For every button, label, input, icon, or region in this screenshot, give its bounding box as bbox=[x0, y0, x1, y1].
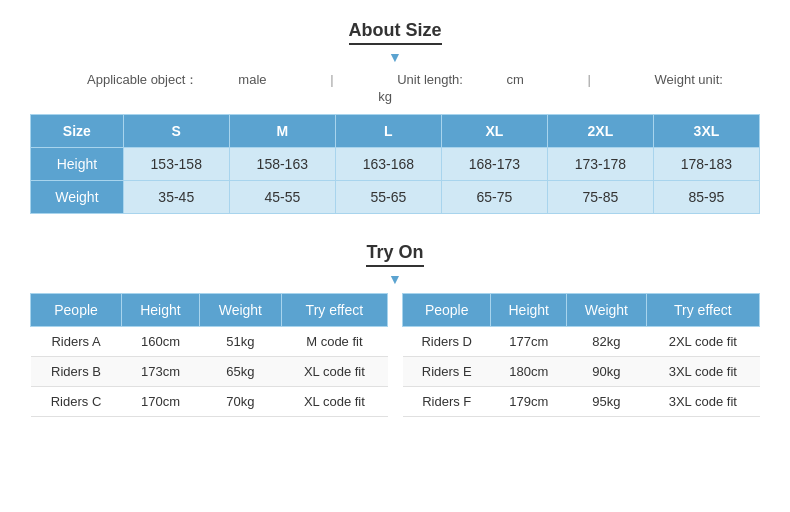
2xl-col-header: 2XL bbox=[547, 115, 653, 148]
tryon-left-table: People Height Weight Try effect Riders A… bbox=[30, 293, 388, 417]
row-label: Weight bbox=[31, 181, 124, 214]
row-label: Height bbox=[31, 148, 124, 181]
table-cell: 170cm bbox=[122, 387, 200, 417]
tryon-triangle: ▼ bbox=[30, 271, 760, 287]
table-cell: 177cm bbox=[491, 327, 567, 357]
table-cell: 35-45 bbox=[123, 181, 229, 214]
right-people-header: People bbox=[403, 294, 491, 327]
table-cell: 82kg bbox=[567, 327, 647, 357]
size-table-header-row: Size S M L XL 2XL 3XL bbox=[31, 115, 760, 148]
table-cell: 3XL code fit bbox=[646, 387, 759, 417]
table-cell: 55-65 bbox=[335, 181, 441, 214]
table-cell: 160cm bbox=[122, 327, 200, 357]
table-cell: Riders D bbox=[403, 327, 491, 357]
table-cell: 90kg bbox=[567, 357, 647, 387]
table-row: Weight35-4545-5555-6565-7575-8585-95 bbox=[31, 181, 760, 214]
table-cell: 180cm bbox=[491, 357, 567, 387]
table-cell: Riders E bbox=[403, 357, 491, 387]
s-col-header: S bbox=[123, 115, 229, 148]
tryon-section: Try On ▼ People Height Weight Try effect… bbox=[30, 242, 760, 417]
table-row: Riders F179cm95kg3XL code fit bbox=[403, 387, 760, 417]
xl-col-header: XL bbox=[441, 115, 547, 148]
left-height-header: Height bbox=[122, 294, 200, 327]
table-cell: 45-55 bbox=[229, 181, 335, 214]
table-cell: XL code fit bbox=[281, 387, 387, 417]
table-row: Riders E180cm90kg3XL code fit bbox=[403, 357, 760, 387]
tryon-right-header-row: People Height Weight Try effect bbox=[403, 294, 760, 327]
right-height-header: Height bbox=[491, 294, 567, 327]
table-row: Height153-158158-163163-168168-173173-17… bbox=[31, 148, 760, 181]
left-people-header: People bbox=[31, 294, 122, 327]
table-cell: 95kg bbox=[567, 387, 647, 417]
right-weight-header: Weight bbox=[567, 294, 647, 327]
about-size-triangle: ▼ bbox=[30, 49, 760, 65]
left-tryeffect-header: Try effect bbox=[281, 294, 387, 327]
m-col-header: M bbox=[229, 115, 335, 148]
l-col-header: L bbox=[335, 115, 441, 148]
table-cell: M code fit bbox=[281, 327, 387, 357]
table-cell: Riders B bbox=[31, 357, 122, 387]
size-col-header: Size bbox=[31, 115, 124, 148]
table-cell: 179cm bbox=[491, 387, 567, 417]
size-table: Size S M L XL 2XL 3XL Height153-158158-1… bbox=[30, 114, 760, 214]
tryon-right-table: People Height Weight Try effect Riders D… bbox=[402, 293, 760, 417]
table-cell: 75-85 bbox=[547, 181, 653, 214]
table-cell: XL code fit bbox=[281, 357, 387, 387]
3xl-col-header: 3XL bbox=[653, 115, 759, 148]
left-weight-header: Weight bbox=[199, 294, 281, 327]
unit-info: Unit length: cm bbox=[377, 72, 547, 87]
table-cell: Riders A bbox=[31, 327, 122, 357]
right-tryeffect-header: Try effect bbox=[646, 294, 759, 327]
table-cell: Riders F bbox=[403, 387, 491, 417]
table-row: Riders C170cm70kgXL code fit bbox=[31, 387, 388, 417]
table-cell: 65kg bbox=[199, 357, 281, 387]
table-row: Riders D177cm82kg2XL code fit bbox=[403, 327, 760, 357]
table-row: Riders B173cm65kgXL code fit bbox=[31, 357, 388, 387]
about-size-title: About Size bbox=[30, 20, 760, 45]
tryon-left-header-row: People Height Weight Try effect bbox=[31, 294, 388, 327]
table-cell: 178-183 bbox=[653, 148, 759, 181]
table-cell: 85-95 bbox=[653, 181, 759, 214]
object-info: Applicable object：male bbox=[67, 72, 290, 87]
table-cell: 65-75 bbox=[441, 181, 547, 214]
table-cell: 173cm bbox=[122, 357, 200, 387]
table-cell: 163-168 bbox=[335, 148, 441, 181]
table-cell: 168-173 bbox=[441, 148, 547, 181]
table-cell: 158-163 bbox=[229, 148, 335, 181]
table-cell: 153-158 bbox=[123, 148, 229, 181]
meta-info-row: Applicable object：male | Unit length: cm… bbox=[30, 71, 760, 104]
table-cell: 173-178 bbox=[547, 148, 653, 181]
table-cell: 2XL code fit bbox=[646, 327, 759, 357]
table-row: Riders A160cm51kgM code fit bbox=[31, 327, 388, 357]
table-cell: 3XL code fit bbox=[646, 357, 759, 387]
table-cell: 70kg bbox=[199, 387, 281, 417]
table-cell: Riders C bbox=[31, 387, 122, 417]
tryon-title-container: Try On bbox=[30, 242, 760, 267]
table-cell: 51kg bbox=[199, 327, 281, 357]
tryon-tables-wrapper: People Height Weight Try effect Riders A… bbox=[30, 293, 760, 417]
